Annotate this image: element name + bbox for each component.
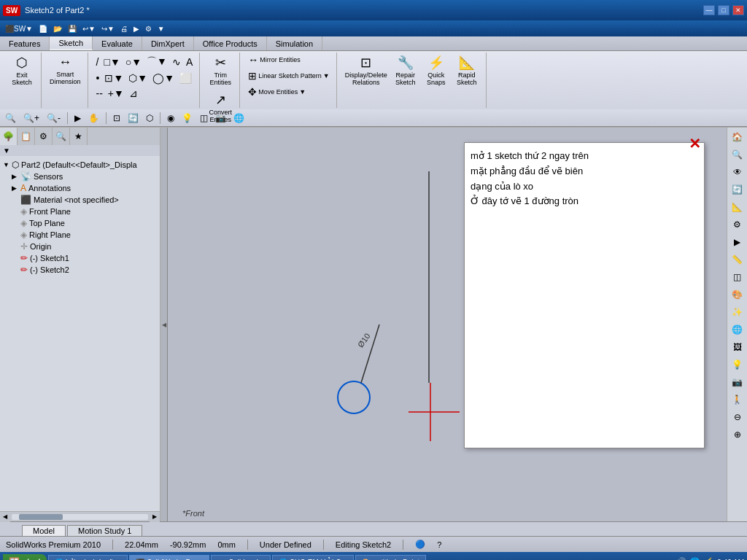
new-button[interactable]: 📄 xyxy=(36,24,50,34)
horizontal-scrollbar[interactable]: ◀ ▶ xyxy=(0,511,160,521)
tree-sketch2-item[interactable]: ✏ (-) Sketch2 xyxy=(0,264,160,276)
zoom-fit-button[interactable]: 🔍 xyxy=(3,112,18,125)
polygon-button[interactable]: ⬡▼ xyxy=(126,71,150,85)
right-appearance-button[interactable]: ✨ xyxy=(729,304,746,320)
tab-sketch[interactable]: Sketch xyxy=(50,36,93,50)
midpoint-button[interactable]: +▼ xyxy=(106,86,126,101)
right-zoom-button[interactable]: 🔍 xyxy=(729,147,746,163)
right-decal-button[interactable]: 🖼 xyxy=(729,339,746,355)
mirror-ent-button[interactable]: ⊡▼ xyxy=(102,71,125,85)
taskbar-app-2[interactable]: 📁 Solidworks xyxy=(211,555,270,560)
tree-top-plane-item[interactable]: ◈ Top Plane xyxy=(0,217,160,229)
rectangle-button[interactable]: □▼ xyxy=(101,54,122,70)
rebuild-button[interactable]: ⚙ xyxy=(143,24,154,34)
right-view-button[interactable]: 👁 xyxy=(729,164,746,180)
exit-sketch-button[interactable]: ⬡ ExitSketch xyxy=(7,52,36,88)
zoom-in-button[interactable]: 🔍+ xyxy=(21,112,42,125)
tree-sensors-item[interactable]: ▶ 📡 Sensors xyxy=(0,171,160,182)
display-mode-button[interactable]: ◉ xyxy=(165,112,177,125)
redo-button[interactable]: ↪▼ xyxy=(99,24,117,34)
scroll-right-button[interactable]: ▶ xyxy=(150,512,160,522)
taskbar-app-3[interactable]: 🌐 CHO EM HỎI C... xyxy=(272,555,354,560)
right-snap-button[interactable]: ⊕ xyxy=(729,427,746,443)
right-select-button[interactable]: ▶ xyxy=(729,234,746,250)
search-tab[interactable]: 🔍 xyxy=(53,128,70,145)
lighting-button[interactable]: 💡 xyxy=(179,112,195,125)
sw-menu-button[interactable]: ⬛SW▼ xyxy=(3,24,35,34)
scroll-thumb[interactable] xyxy=(19,514,63,520)
tree-front-plane-item[interactable]: ◈ Front Plane xyxy=(0,206,160,217)
options-button[interactable]: ▼ xyxy=(155,24,167,34)
favorites-tab[interactable]: ★ xyxy=(70,128,88,145)
right-home-button[interactable]: 🏠 xyxy=(729,129,746,145)
panel-scrollbar[interactable]: ◀ ▶ xyxy=(0,511,160,521)
select-button2[interactable]: ▶ xyxy=(72,112,83,125)
tab-features[interactable]: Features xyxy=(0,36,50,50)
dimension-button2[interactable]: ⊿ xyxy=(127,86,140,101)
point-button[interactable]: • xyxy=(94,71,102,85)
scroll-left-button[interactable]: ◀ xyxy=(0,512,10,522)
save-button[interactable]: 💾 xyxy=(66,24,79,34)
tab-dimxpert[interactable]: DimXpert xyxy=(142,36,194,50)
sensors-expand[interactable]: ▶ xyxy=(12,173,20,180)
property-tab[interactable]: 📋 xyxy=(18,128,35,145)
linear-pattern-button[interactable]: ⊞ Linear Sketch Pattern ▼ xyxy=(246,69,331,83)
view-orient-button[interactable]: ⊡ xyxy=(111,112,123,125)
mirror-entities-button[interactable]: ↔ Mirror Entities xyxy=(246,52,331,67)
maximize-button[interactable]: □ xyxy=(718,5,729,15)
line-button[interactable]: / xyxy=(94,54,101,70)
text-button[interactable]: A xyxy=(184,54,195,70)
smart-dimension-button[interactable]: ↔ SmartDimension xyxy=(47,52,83,88)
annotations-expand[interactable]: ▶ xyxy=(12,184,20,192)
camera-button[interactable]: 📷 xyxy=(213,112,228,125)
trim-entities-button[interactable]: ✂ TrimEntities xyxy=(206,52,235,88)
tree-material-item[interactable]: ⬛ Material <not specified> xyxy=(0,194,160,206)
right-section2-button[interactable]: ⊖ xyxy=(729,409,746,425)
tab-simulation[interactable]: Simulation xyxy=(267,36,322,50)
pan-button[interactable]: ✋ xyxy=(86,112,101,125)
taskbar-app-0[interactable]: 🌐 hỏi về cách vẽ ... xyxy=(48,555,128,560)
right-section-button[interactable]: ◫ xyxy=(729,269,746,285)
move-entities-button[interactable]: ✥ Move Entities ▼ xyxy=(246,85,331,99)
select-button[interactable]: ▶ xyxy=(131,24,142,34)
model-tab[interactable]: Model xyxy=(22,525,66,536)
feature-tree-tab[interactable]: 🌳 xyxy=(0,128,18,145)
start-button[interactable]: 🪟 start xyxy=(3,554,47,560)
drawing-canvas[interactable]: Ø10 Y X mở 1 sketch thứ 2 ngay trên mặt … xyxy=(168,128,727,521)
appearance-button[interactable]: 🌐 xyxy=(231,112,247,125)
tree-right-plane-item[interactable]: ◈ Right Plane xyxy=(0,229,160,241)
rotate-button[interactable]: 🔄 xyxy=(125,112,141,125)
taskbar-app-4[interactable]: 🎨 untitled - Paint xyxy=(355,555,426,560)
root-expand[interactable]: ▼ xyxy=(3,161,12,168)
display-delete-button[interactable]: ⊡ Display/DeleteRelations xyxy=(343,52,390,88)
tab-office[interactable]: Office Products xyxy=(194,36,267,50)
tree-annotations-item[interactable]: ▶ A Annotations xyxy=(0,182,160,194)
close-drawing-button[interactable]: ✕ xyxy=(689,135,701,152)
minimize-button[interactable]: — xyxy=(703,5,715,15)
tree-sketch1-item[interactable]: ✏ (-) Sketch1 xyxy=(0,252,160,264)
tree-root-item[interactable]: ▼ ⬡ Part2 (Default<<Default>_Displa xyxy=(0,159,160,171)
right-light-button[interactable]: 💡 xyxy=(729,357,746,373)
circle-button[interactable]: ○▼ xyxy=(123,54,144,70)
construction-button[interactable]: ⬜ xyxy=(177,71,194,85)
right-relation-button[interactable]: ⚙ xyxy=(729,217,746,233)
move-dropdown-icon[interactable]: ▼ xyxy=(299,88,306,96)
right-measure-button[interactable]: 📏 xyxy=(729,252,746,268)
centerline-button[interactable]: -- xyxy=(94,86,105,101)
scroll-track[interactable] xyxy=(12,514,148,520)
right-walk-button[interactable]: 🚶 xyxy=(729,392,746,408)
arc-button[interactable]: ⌒▼ xyxy=(144,54,169,70)
motion-study-tab[interactable]: Motion Study 1 xyxy=(67,525,142,536)
right-dim-button[interactable]: 📐 xyxy=(729,199,746,215)
tree-origin-item[interactable]: ✛ Origin xyxy=(0,241,160,252)
right-camera-button[interactable]: 📷 xyxy=(729,374,746,390)
undo-button[interactable]: ↩▼ xyxy=(80,24,98,34)
quick-snaps-button[interactable]: ⚡ QuickSnaps xyxy=(422,52,451,88)
tab-evaluate[interactable]: Evaluate xyxy=(93,36,142,50)
view3d-button[interactable]: ⬡ xyxy=(144,112,155,125)
titlebar-controls[interactable]: — □ ✕ xyxy=(703,5,744,15)
taskbar-app-1[interactable]: ⬛ SolidWorks Pre... xyxy=(129,555,209,560)
section-button[interactable]: ◫ xyxy=(198,112,210,125)
pattern-dropdown-icon[interactable]: ▼ xyxy=(323,72,330,79)
open-button[interactable]: 📂 xyxy=(51,24,64,34)
